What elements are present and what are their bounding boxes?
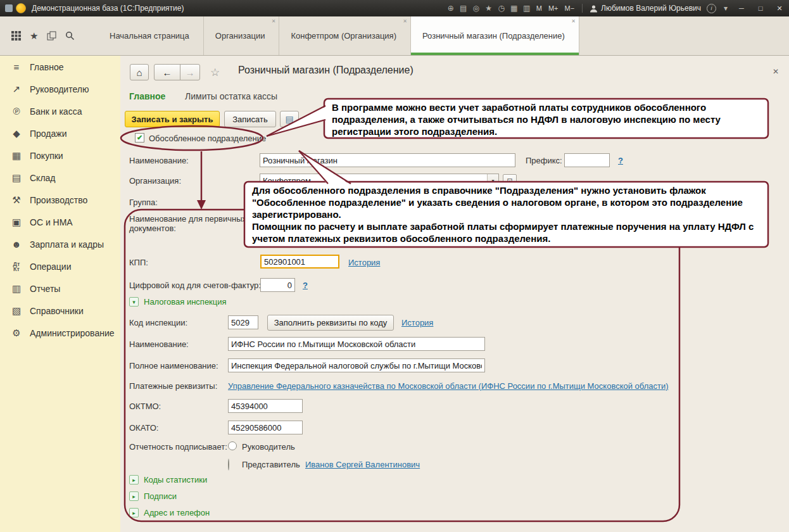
representative-link[interactable]: Иванов Сергей Валентинович bbox=[305, 460, 420, 469]
document-register-button[interactable]: ▤ bbox=[280, 111, 299, 127]
name-input[interactable] bbox=[260, 153, 515, 167]
nav-link-main[interactable]: Главное bbox=[129, 91, 165, 101]
trend-chart-icon: ↗ bbox=[10, 84, 23, 95]
tab-start-page[interactable]: Начальная страница bbox=[98, 16, 204, 55]
link-icon[interactable]: ⊕ bbox=[445, 0, 457, 16]
save-button[interactable]: Записать bbox=[224, 111, 276, 127]
printer-icon[interactable]: ▤ bbox=[457, 0, 470, 16]
fill-by-code-button[interactable]: Заполнить реквизиты по коду bbox=[267, 315, 394, 331]
tab-close-icon[interactable]: ✕ bbox=[403, 18, 407, 24]
kpp-field-label: КПП: bbox=[129, 258, 148, 267]
invoice-code-help-link[interactable]: ? bbox=[303, 281, 308, 290]
sidebar-item-payroll[interactable]: ☻ Зарплата и кадры bbox=[0, 233, 120, 255]
sidebar-item-fixed-assets[interactable]: ▣ ОС и НМА bbox=[0, 211, 120, 233]
primary-docs-input[interactable] bbox=[260, 218, 499, 232]
kpp-history-link[interactable]: История bbox=[348, 258, 380, 267]
collapse-closed-icon[interactable]: ▸ bbox=[129, 508, 139, 517]
collapse-open-icon[interactable]: ▾ bbox=[129, 297, 139, 307]
reports-chart-icon: ▥ bbox=[10, 283, 23, 294]
tab-organizations[interactable]: Организации ✕ bbox=[204, 16, 280, 55]
sidebar-item-manager[interactable]: ↗ Руководителю bbox=[0, 78, 120, 100]
group-input[interactable] bbox=[260, 195, 499, 209]
favorites-add-icon[interactable]: ★ bbox=[483, 0, 495, 16]
nav-link-cash-limits[interactable]: Лимиты остатка кассы bbox=[185, 91, 277, 101]
tax-section-header[interactable]: ▾ Налоговая инспекция bbox=[129, 297, 227, 307]
inspection-name-input[interactable] bbox=[228, 337, 485, 351]
tab-retail-store[interactable]: Розничный магазин (Подразделение) ✕ bbox=[411, 16, 579, 55]
favorite-star-icon[interactable]: ☆ bbox=[210, 66, 220, 79]
inspection-full-name-input[interactable] bbox=[228, 358, 485, 372]
invoice-code-input[interactable] bbox=[260, 278, 295, 292]
okato-input[interactable] bbox=[228, 421, 303, 434]
history-clock-icon[interactable]: ◷ bbox=[495, 0, 508, 16]
signatures-section-header[interactable]: ▸ Подписи bbox=[129, 491, 177, 501]
collapse-closed-icon[interactable]: ▸ bbox=[129, 475, 139, 484]
search-icon[interactable] bbox=[65, 31, 75, 41]
open-organization-button[interactable]: ⊡ bbox=[503, 174, 517, 187]
statistics-section-header[interactable]: ▸ Коды статистики bbox=[129, 475, 207, 484]
organization-field-label: Организация: bbox=[129, 176, 181, 186]
sidebar-item-reports[interactable]: ▥ Отчеты bbox=[0, 277, 120, 300]
payment-details-link[interactable]: Управление Федерального казначейства по … bbox=[228, 381, 669, 391]
sidebar-item-main[interactable]: ≡ Главное bbox=[0, 56, 120, 78]
close-window-button[interactable]: ✕ bbox=[770, 0, 789, 16]
dropdown-arrow-icon[interactable]: ▾ bbox=[487, 174, 498, 187]
section-sidebar: ≡ Главное ↗ Руководителю ℗ Банк и касса … bbox=[0, 56, 120, 532]
prefix-input[interactable] bbox=[564, 153, 610, 167]
signatures-section-title: Подписи bbox=[144, 491, 177, 501]
signer-director-label: Руководитель bbox=[242, 442, 295, 452]
signer-representative-radio[interactable] bbox=[228, 459, 229, 471]
oktmo-input[interactable] bbox=[228, 399, 303, 413]
preview-icon[interactable]: ◎ bbox=[470, 0, 483, 16]
open-windows-icon[interactable] bbox=[47, 31, 56, 41]
payment-details-label: Платежные реквизиты: bbox=[129, 381, 217, 391]
signer-director-radio[interactable] bbox=[228, 441, 237, 450]
sidebar-item-warehouse[interactable]: ▤ Склад bbox=[0, 167, 120, 189]
inspection-history-link[interactable]: История bbox=[401, 318, 433, 327]
tab-konfetprom[interactable]: Конфетпром (Организация) ✕ bbox=[279, 16, 411, 55]
back-button[interactable]: ← bbox=[154, 64, 180, 80]
memory-m-minus-button[interactable]: М− bbox=[562, 0, 578, 16]
tab-close-icon[interactable]: ✕ bbox=[571, 18, 576, 24]
separate-division-checkbox[interactable]: ✔ bbox=[135, 133, 144, 142]
kpp-input[interactable] bbox=[260, 255, 339, 269]
organization-combobox[interactable]: Конфетпром ▾ bbox=[260, 174, 499, 187]
tab-strip: ★ Начальная страница Организации ✕ bbox=[0, 16, 789, 56]
chevron-down-icon[interactable]: ▾ bbox=[719, 0, 732, 16]
info-icon[interactable]: i bbox=[707, 4, 716, 13]
close-form-icon[interactable]: ✕ bbox=[773, 67, 779, 76]
collapse-closed-icon[interactable]: ▸ bbox=[129, 491, 139, 501]
inspection-code-input[interactable] bbox=[228, 315, 258, 329]
favorites-star-icon[interactable]: ★ bbox=[30, 30, 38, 42]
forward-button[interactable]: → bbox=[180, 64, 200, 80]
apps-grid-icon[interactable] bbox=[11, 31, 21, 41]
memory-m-plus-button[interactable]: М+ bbox=[545, 0, 562, 16]
window-title: Демонстрационная база (1С:Предприятие) bbox=[32, 4, 184, 13]
minimize-button[interactable]: ─ bbox=[732, 0, 751, 16]
production-icon: ⚒ bbox=[10, 194, 23, 206]
maximize-button[interactable]: □ bbox=[751, 0, 770, 16]
sidebar-item-references[interactable]: ▧ Справочники bbox=[0, 300, 120, 322]
tab-list: Начальная страница Организации ✕ Конфетп… bbox=[98, 16, 579, 55]
prefix-help-link[interactable]: ? bbox=[618, 156, 623, 165]
calculator-icon[interactable]: ▥ bbox=[521, 0, 533, 16]
sidebar-item-purchases[interactable]: ▦ Покупки bbox=[0, 144, 120, 167]
sidebar-item-administration[interactable]: ⚙ Администрирование bbox=[0, 322, 120, 344]
sidebar-item-production[interactable]: ⚒ Производство bbox=[0, 189, 120, 211]
fixed-assets-icon: ▣ bbox=[10, 217, 23, 228]
save-and-close-button[interactable]: Записать и закрыть bbox=[125, 111, 220, 127]
sidebar-item-sales[interactable]: ◆ Продажи bbox=[0, 122, 120, 144]
table-icon[interactable]: ▦ bbox=[508, 0, 521, 16]
prefix-field-label: Префикс: bbox=[526, 156, 562, 165]
payroll-person-icon: ☻ bbox=[10, 239, 23, 250]
sidebar-item-bank-cash[interactable]: ℗ Банк и касса bbox=[0, 100, 120, 122]
user-menu[interactable]: Любимов Валерий Юрьевич bbox=[587, 4, 704, 13]
inspection-full-name-label: Полное наименование: bbox=[129, 361, 218, 370]
tab-close-icon[interactable]: ✕ bbox=[272, 18, 276, 24]
memory-m-button[interactable]: М bbox=[533, 0, 545, 16]
home-button[interactable]: ⌂ bbox=[130, 64, 149, 80]
tab-label: Розничный магазин (Подразделение) bbox=[422, 31, 565, 41]
page-title: Розничный магазин (Подразделение) bbox=[238, 65, 413, 76]
address-section-header[interactable]: ▸ Адрес и телефон bbox=[129, 508, 210, 517]
sidebar-item-operations[interactable]: Дт Кт Операции bbox=[0, 255, 120, 277]
